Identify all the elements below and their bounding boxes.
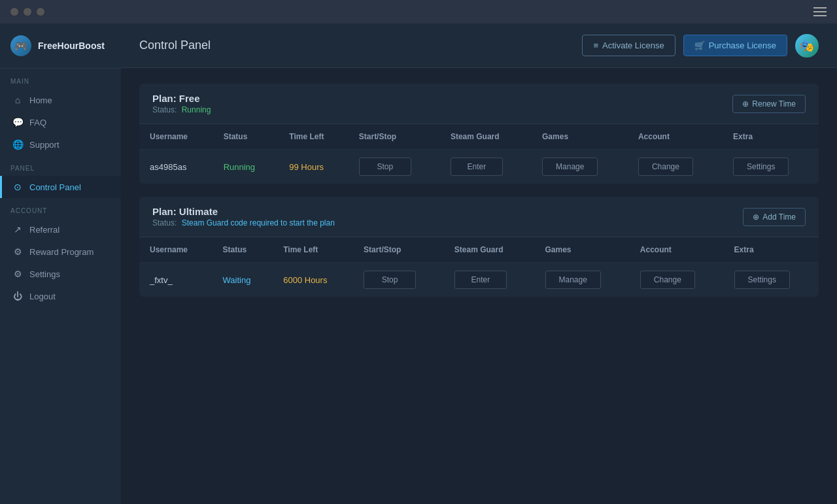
header: Control Panel ≡ Activate License 🛒 Purch…	[121, 24, 837, 68]
games-manage-ultimate[interactable]: Manage	[545, 271, 601, 289]
dot-minimize[interactable]	[24, 8, 31, 16]
col-games: Games	[532, 124, 628, 150]
cell-time-left: 99 Hours	[279, 150, 349, 184]
games-manage-free[interactable]: Manage	[542, 158, 598, 176]
dot-close[interactable]	[10, 8, 18, 16]
content-area: Plan: Free Status: Running ⊕ Renew Time	[121, 68, 837, 504]
titlebar	[0, 0, 837, 24]
app-container: 🎮 FreeHourBoost Main ⌂ Home 💬 FAQ 🌐 Supp…	[0, 24, 837, 504]
sidebar-item-referral[interactable]: ↗ Referral	[0, 218, 121, 241]
logout-icon: ⏻	[12, 291, 23, 301]
status-waiting-badge: Waiting	[223, 275, 251, 285]
cell-status: Running	[213, 150, 279, 184]
account-change-free[interactable]: Change	[638, 158, 693, 176]
col-status-u: Status	[213, 237, 273, 263]
cell-start-stop: Stop	[349, 150, 440, 184]
sidebar-item-settings-label: Settings	[29, 269, 60, 279]
col-status: Status	[213, 124, 279, 150]
col-steam-guard: Steam Guard	[440, 124, 532, 150]
activate-icon: ≡	[593, 41, 598, 50]
plus-icon: ⊕	[742, 99, 749, 109]
plan-free-table-header: Username Status Time Left Start/Stop Ste…	[139, 124, 819, 150]
cell-extra-u: Settings	[724, 263, 819, 297]
col-steam-guard-u: Steam Guard	[444, 237, 535, 263]
plan-ultimate-table: Username Status Time Left Start/Stop Ste…	[139, 237, 819, 297]
plan-ultimate-table-header: Username Status Time Left Start/Stop Ste…	[139, 237, 819, 263]
plan-free-action: ⊕ Renew Time	[732, 95, 806, 113]
sidebar-item-logout-label: Logout	[29, 292, 56, 301]
support-icon: 🌐	[12, 139, 23, 150]
steam-guard-status-link[interactable]: Steam Guard code required to start the p…	[182, 218, 335, 227]
sidebar-item-support[interactable]: 🌐 Support	[0, 133, 121, 156]
extra-settings-ultimate[interactable]: Settings	[734, 271, 790, 289]
sidebar-item-faq[interactable]: 💬 FAQ	[0, 111, 121, 133]
settings-icon: ⚙	[12, 269, 23, 279]
col-start-stop-u: Start/Stop	[353, 237, 444, 263]
dot-maximize[interactable]	[37, 8, 44, 16]
extra-settings-free[interactable]: Settings	[733, 158, 789, 176]
sidebar-item-reward-program[interactable]: ⚙ Reward Program	[0, 241, 121, 263]
stop-button-ultimate[interactable]: Stop	[364, 271, 416, 289]
add-time-button[interactable]: ⊕ Add Time	[743, 208, 806, 226]
col-time-left-u: Time Left	[273, 237, 353, 263]
plan-ultimate-action: ⊕ Add Time	[743, 208, 806, 226]
sidebar-section-account: Account	[0, 198, 121, 218]
sidebar-item-control-panel[interactable]: ⊙ Control Panel	[0, 176, 121, 198]
cell-start-stop-u: Stop	[353, 263, 444, 297]
header-actions: ≡ Activate License 🛒 Purchase License 🎭	[582, 34, 819, 58]
plan-free-status: Status: Running	[152, 105, 211, 114]
add-time-label: Add Time	[762, 212, 796, 222]
plus-icon-ultimate: ⊕	[753, 212, 759, 222]
sidebar-item-settings[interactable]: ⚙ Settings	[0, 263, 121, 285]
sidebar-item-home[interactable]: ⌂ Home	[0, 89, 121, 111]
main-area: Control Panel ≡ Activate License 🛒 Purch…	[121, 24, 837, 504]
referral-icon: ↗	[12, 224, 23, 235]
steam-guard-enter-free[interactable]: Enter	[451, 158, 503, 176]
faq-icon: 💬	[12, 117, 23, 127]
reward-icon: ⚙	[12, 246, 23, 257]
cell-account: Change	[628, 150, 723, 184]
plan-free-card: Plan: Free Status: Running ⊕ Renew Time	[139, 84, 819, 184]
stop-button-free[interactable]: Stop	[359, 158, 411, 176]
cell-extra: Settings	[723, 150, 819, 184]
cell-steam-guard-u: Enter	[444, 263, 535, 297]
page-title: Control Panel	[139, 39, 211, 52]
cell-games: Manage	[532, 150, 628, 184]
cell-steam-guard: Enter	[440, 150, 532, 184]
brand-icon: 🎮	[10, 35, 31, 56]
sidebar-item-referral-label: Referral	[29, 225, 60, 235]
plan-free-info: Plan: Free Status: Running	[152, 93, 211, 114]
renew-time-label: Renew Time	[752, 99, 796, 109]
plan-ultimate-info: Plan: Ultimate Status: Steam Guard code …	[152, 206, 335, 227]
cart-icon: 🛒	[694, 41, 705, 50]
activate-license-button[interactable]: ≡ Activate License	[582, 35, 675, 56]
account-change-ultimate[interactable]: Change	[640, 271, 695, 289]
purchase-label: Purchase License	[709, 41, 776, 50]
plan-free-table: Username Status Time Left Start/Stop Ste…	[139, 124, 819, 184]
control-panel-icon: ⊙	[12, 182, 23, 192]
cell-games-u: Manage	[535, 263, 630, 297]
home-icon: ⌂	[12, 95, 23, 105]
table-row: as4985as Running 99 Hours Stop	[139, 150, 819, 184]
avatar: 🎭	[795, 34, 819, 58]
sidebar-item-logout[interactable]: ⏻ Logout	[0, 285, 121, 307]
col-username: Username	[139, 124, 213, 150]
purchase-license-button[interactable]: 🛒 Purchase License	[683, 35, 787, 56]
menu-icon[interactable]	[813, 6, 827, 18]
plan-free-header: Plan: Free Status: Running ⊕ Renew Time	[139, 84, 819, 124]
plan-ultimate-name: Plan: Ultimate	[152, 206, 335, 217]
status-running-badge: Running	[224, 162, 255, 172]
plan-ultimate-header: Plan: Ultimate Status: Steam Guard code …	[139, 197, 819, 237]
col-time-left: Time Left	[279, 124, 349, 150]
col-extra-u: Extra	[724, 237, 819, 263]
col-account-u: Account	[630, 237, 724, 263]
sidebar-item-control-panel-label: Control Panel	[29, 182, 81, 192]
cell-username: as4985as	[139, 150, 213, 184]
steam-guard-enter-ultimate[interactable]: Enter	[454, 271, 507, 289]
col-username-u: Username	[139, 237, 213, 263]
col-games-u: Games	[535, 237, 630, 263]
window-controls	[10, 8, 44, 16]
renew-time-button[interactable]: ⊕ Renew Time	[732, 95, 806, 113]
brand-name: FreeHourBoost	[38, 41, 105, 51]
sidebar-brand: 🎮 FreeHourBoost	[0, 24, 121, 69]
